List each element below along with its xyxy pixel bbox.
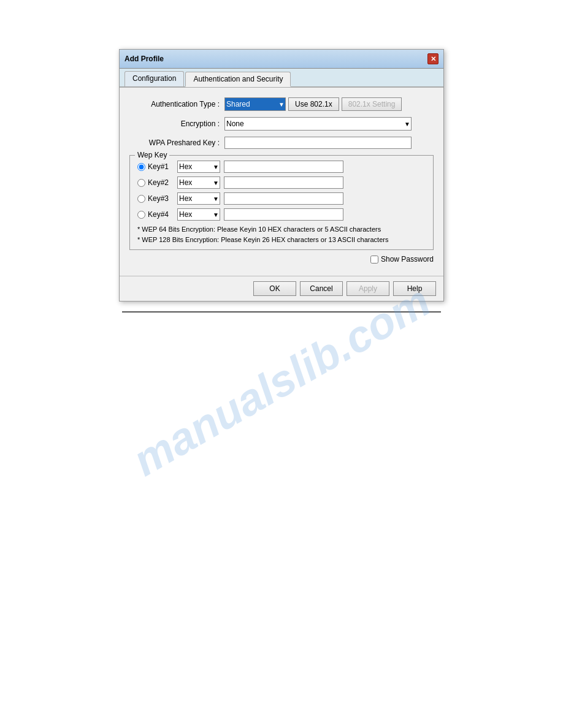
tab-auth-security[interactable]: Authentication and Security [185,72,291,87]
key4-radio-label[interactable]: Key#4 [137,210,177,219]
wep-note-line1: * WEP 64 Bits Encryption: Please Keyin 1… [137,224,426,235]
key4-type-dropdown[interactable]: Hex ASCII [177,208,220,221]
show-password-row: Show Password [129,255,434,264]
wpa-row: WPA Preshared Key : [129,137,434,149]
encryption-controls: None WEP TKIP AES ▼ [224,117,434,131]
key2-radio-label[interactable]: Key#2 [137,178,177,187]
key4-type-wrapper: Hex ASCII ▼ [177,208,220,221]
key2-radio[interactable] [137,179,145,187]
title-bar: Add Profile ✕ [120,50,443,69]
wep-row-2: Key#2 Hex ASCII ▼ [137,176,426,189]
key1-type-wrapper: Hex ASCII ▼ [177,161,220,173]
encryption-dropdown-wrapper: None WEP TKIP AES ▼ [224,117,412,131]
key3-type-wrapper: Hex ASCII ▼ [177,192,220,205]
auth-type-dropdown[interactable]: Shared Open System WPA-PSK WPA2-PSK [224,97,286,111]
key3-radio-label[interactable]: Key#3 [137,194,177,203]
auth-type-label: Authentication Type : [129,100,224,108]
show-password-label[interactable]: Show Password [370,255,434,264]
key3-input[interactable] [224,192,343,205]
show-password-checkbox[interactable] [370,256,378,264]
key1-radio[interactable] [137,163,145,171]
watermark: manualslib.com [124,275,439,485]
tabs-container: Configuration Authentication and Securit… [120,69,443,88]
encryption-label: Encryption : [129,119,224,128]
wep-key-legend: Wep Key [135,151,169,159]
wpa-label: WPA Preshared Key : [129,138,224,147]
wep-row-4: Key#4 Hex ASCII ▼ [137,208,426,221]
setting-802-button[interactable]: 802.1x Setting [342,97,402,111]
auth-type-dropdown-wrapper: Shared Open System WPA-PSK WPA2-PSK ▼ [224,97,286,111]
wep-key-group: Wep Key Key#1 Hex ASCII ▼ [129,155,434,250]
key1-input[interactable] [224,161,343,173]
key1-radio-label[interactable]: Key#1 [137,162,177,171]
use-802-button[interactable]: Use 802.1x [288,97,339,111]
add-profile-dialog: Add Profile ✕ Configuration Authenticati… [119,49,444,301]
help-button[interactable]: Help [393,281,436,296]
encryption-row: Encryption : None WEP TKIP AES ▼ [129,117,434,131]
wep-row-3: Key#3 Hex ASCII ▼ [137,192,426,205]
key4-label: Key#4 [148,210,169,219]
auth-type-row: Authentication Type : Shared Open System… [129,97,434,111]
key2-type-dropdown[interactable]: Hex ASCII [177,176,220,189]
dialog-footer: OK Cancel Apply Help [120,276,443,301]
wep-note-line2: * WEP 128 Bits Encryption: Please Keyin … [137,235,426,245]
key3-radio[interactable] [137,195,145,203]
wep-row-1: Key#1 Hex ASCII ▼ [137,161,426,173]
ok-button[interactable]: OK [253,281,296,296]
auth-type-controls: Shared Open System WPA-PSK WPA2-PSK ▼ Us… [224,97,434,111]
key3-label: Key#3 [148,194,169,203]
wpa-controls [224,137,434,149]
key1-type-dropdown[interactable]: Hex ASCII [177,161,220,173]
key4-input[interactable] [224,208,343,221]
separator-line [122,311,441,313]
key2-label: Key#2 [148,178,169,187]
wep-note: * WEP 64 Bits Encryption: Please Keyin 1… [137,224,426,245]
tab-configuration[interactable]: Configuration [124,71,184,86]
dialog-content: Authentication Type : Shared Open System… [120,88,443,276]
key1-label: Key#1 [148,162,169,171]
cancel-button[interactable]: Cancel [300,281,343,296]
key4-radio[interactable] [137,211,145,219]
key2-type-wrapper: Hex ASCII ▼ [177,176,220,189]
key3-type-dropdown[interactable]: Hex ASCII [177,192,220,205]
apply-button[interactable]: Apply [347,281,389,296]
dialog-title: Add Profile [124,55,164,63]
close-button[interactable]: ✕ [427,53,439,64]
wpa-input[interactable] [224,137,412,149]
key2-input[interactable] [224,176,343,189]
encryption-dropdown[interactable]: None WEP TKIP AES [224,117,412,131]
